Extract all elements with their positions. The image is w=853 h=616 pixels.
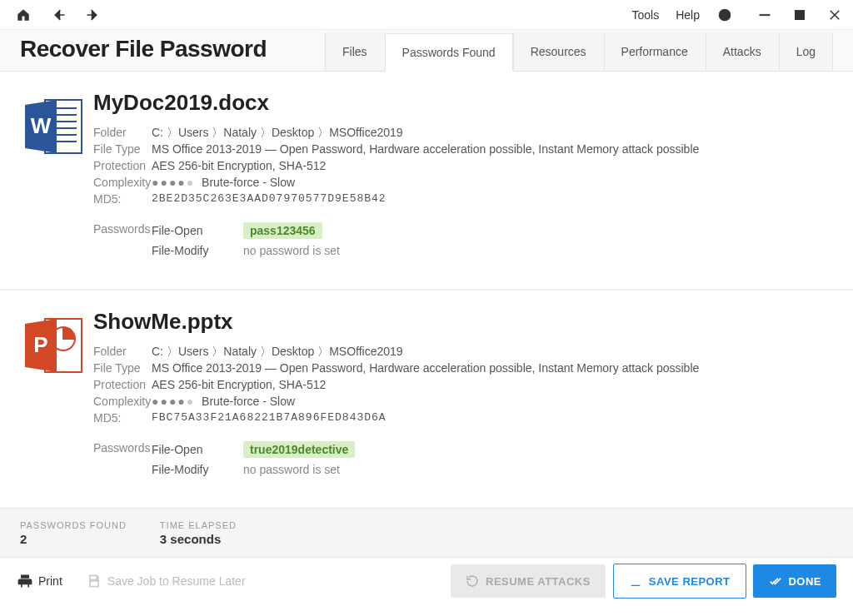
value-protection: AES 256-bit Encryption, SHA-512 — [152, 157, 326, 174]
tabs: Files Passwords Found Resources Performa… — [325, 32, 833, 71]
complexity-dots: ●●●●● — [152, 176, 195, 189]
tab-files[interactable]: Files — [325, 32, 385, 71]
password-row: File-Modify no password is set — [152, 244, 340, 257]
stats-bar: PASSWORDS FOUND 2 TIME ELAPSED 3 seconds — [0, 508, 853, 558]
file-block: P ShowMe.pptx FolderC: 〉Users 〉Nataly 〉D… — [0, 291, 853, 508]
password-value-none: no password is set — [243, 463, 340, 476]
done-button[interactable]: DONE — [753, 564, 836, 598]
svg-text:P: P — [33, 332, 47, 357]
label-md5: MD5: — [93, 191, 152, 207]
svg-point-0 — [719, 9, 731, 21]
value-folder: C: 〉Users 〉Nataly 〉Desktop 〉MSOffice2019 — [152, 343, 403, 360]
password-row: File-Open true2019detective — [152, 441, 355, 458]
tab-attacks[interactable]: Attacks — [706, 32, 779, 71]
label-protection: Protection — [93, 157, 152, 174]
value-md5: FBC75A33F21A68221B7A896FED843D6A — [152, 410, 387, 426]
close-icon[interactable] — [826, 7, 843, 23]
action-bar: Print Save Job to Resume Later RESUME AT… — [0, 558, 853, 604]
page-title: Recover File Password — [20, 36, 267, 62]
stat-passwords-found-label: PASSWORDS FOUND — [20, 520, 127, 530]
home-icon[interactable] — [15, 7, 32, 23]
titlebar: Tools Help — [0, 0, 853, 30]
password-row: File-Modify no password is set — [152, 463, 355, 476]
save-report-button[interactable]: SAVE REPORT — [613, 564, 746, 599]
file-name: MyDoc2019.docx — [93, 90, 833, 116]
password-type: File-Open — [152, 224, 243, 237]
value-protection: AES 256-bit Encryption, SHA-512 — [152, 376, 326, 393]
value-filetype: MS Office 2013-2019 — Open Password, Har… — [152, 360, 699, 376]
value-md5: 2BE2D35C263E3AAD07970577D9E58B42 — [152, 191, 387, 207]
stat-time-elapsed-label: TIME ELAPSED — [160, 520, 237, 530]
save-job-button: Save Job to Resume Later — [86, 573, 246, 589]
tab-resources[interactable]: Resources — [513, 32, 604, 71]
file-name: ShowMe.pptx — [93, 309, 833, 335]
tab-passwords-found[interactable]: Passwords Found — [385, 33, 513, 72]
password-type: File-Modify — [152, 244, 243, 257]
label-complexity: Complexity — [93, 393, 152, 410]
value-complexity: ●●●●● Brute-force - Slow — [152, 174, 295, 191]
maximize-icon[interactable] — [791, 7, 808, 23]
label-md5: MD5: — [93, 410, 152, 426]
label-passwords: Passwords — [93, 222, 152, 262]
word-icon: W — [20, 90, 93, 262]
password-value-found: pass123456 — [243, 222, 322, 239]
svg-point-2 — [726, 13, 727, 14]
label-protection: Protection — [93, 376, 152, 393]
value-filetype: MS Office 2013-2019 — Open Password, Har… — [152, 141, 699, 157]
feedback-icon[interactable] — [716, 7, 733, 23]
file-block: W MyDoc2019.docx FolderC: 〉Users 〉Nataly… — [0, 72, 853, 291]
content-area[interactable]: W MyDoc2019.docx FolderC: 〉Users 〉Nataly… — [0, 72, 853, 508]
menu-help[interactable]: Help — [676, 8, 700, 22]
forward-icon — [85, 7, 102, 23]
stat-time-elapsed-value: 3 seconds — [160, 532, 237, 546]
menu-tools[interactable]: Tools — [632, 8, 660, 22]
password-type: File-Open — [152, 443, 243, 456]
back-icon[interactable] — [50, 7, 67, 23]
tab-performance[interactable]: Performance — [604, 32, 706, 71]
svg-point-1 — [722, 13, 723, 14]
stat-passwords-found-value: 2 — [20, 532, 127, 546]
header: Recover File Password Files Passwords Fo… — [0, 30, 853, 72]
password-row: File-Open pass123456 — [152, 222, 340, 239]
minimize-icon[interactable] — [756, 7, 773, 23]
svg-rect-3 — [760, 14, 770, 16]
print-button[interactable]: Print — [17, 573, 62, 589]
value-folder: C: 〉Users 〉Nataly 〉Desktop 〉MSOffice2019 — [152, 124, 403, 141]
powerpoint-icon: P — [20, 309, 93, 481]
label-passwords: Passwords — [93, 441, 152, 481]
svg-text:W: W — [31, 113, 52, 138]
password-value-found: true2019detective — [243, 441, 355, 458]
label-complexity: Complexity — [93, 174, 152, 191]
label-filetype: File Type — [93, 141, 152, 157]
label-folder: Folder — [93, 343, 152, 360]
value-complexity: ●●●●● Brute-force - Slow — [152, 393, 295, 410]
tab-log[interactable]: Log — [779, 32, 833, 71]
password-value-none: no password is set — [243, 244, 340, 257]
password-type: File-Modify — [152, 463, 243, 476]
label-filetype: File Type — [93, 360, 152, 376]
complexity-dots: ●●●●● — [152, 395, 195, 408]
label-folder: Folder — [93, 124, 152, 141]
svg-rect-4 — [796, 10, 805, 19]
resume-attacks-button: RESUME ATTACKS — [451, 564, 606, 598]
